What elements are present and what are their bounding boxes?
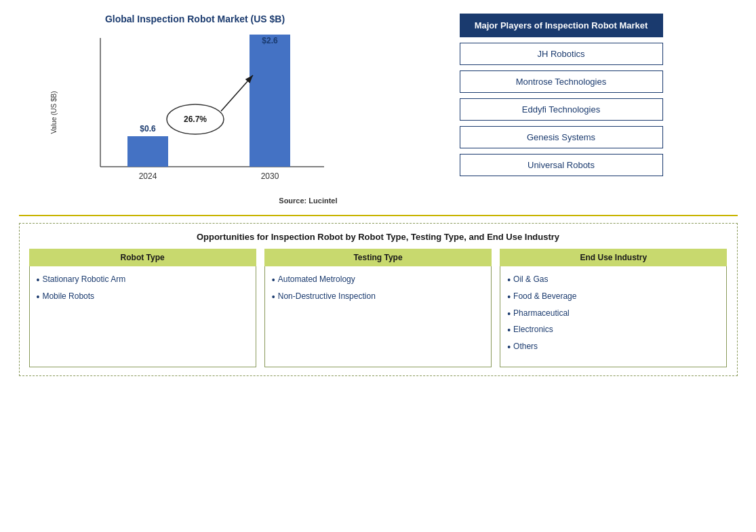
players-title: Major Players of Inspection Robot Market xyxy=(460,14,663,37)
svg-text:$2.6: $2.6 xyxy=(262,36,278,45)
main-container: Global Inspection Robot Market (US $B) V… xyxy=(19,14,738,376)
bar-2030 xyxy=(250,35,290,167)
source-text: Source: Lucintel xyxy=(53,197,338,205)
opp-header-end-use: End Use Industry xyxy=(500,249,727,266)
opportunities-columns: Robot Type • Stationary Robotic Arm • Mo… xyxy=(29,249,728,367)
opp-content-testing-type: • Automated Metrology • Non-Destructive … xyxy=(264,266,492,367)
opp-header-testing-type: Testing Type xyxy=(264,249,492,266)
opp-item-pharma: • Pharmaceutical xyxy=(507,308,719,320)
chart-area: Value (US $B) $0.6 2024 $2.6 xyxy=(53,31,338,194)
player-montrose: Montrose Technologies xyxy=(460,70,663,93)
opp-column-robot-type: Robot Type • Stationary Robotic Arm • Mo… xyxy=(29,249,256,367)
bar-2024 xyxy=(127,136,168,167)
opp-content-robot-type: • Stationary Robotic Arm • Mobile Robots xyxy=(29,266,256,367)
opp-item-food: • Food & Beverage xyxy=(507,291,719,303)
player-eddyfi: Eddyfi Technologies xyxy=(460,98,663,121)
svg-text:2024: 2024 xyxy=(138,171,157,181)
svg-text:$0.6: $0.6 xyxy=(140,124,156,134)
player-jh: JH Robotics xyxy=(460,43,663,65)
opp-item-oilgas: • Oil & Gas xyxy=(507,274,719,286)
opp-item-stationary: • Stationary Robotic Arm xyxy=(37,274,249,286)
opportunities-section: Opportunities for Inspection Robot by Ro… xyxy=(19,223,738,376)
opp-header-robot-type: Robot Type xyxy=(29,249,256,266)
opp-item-ndi: • Non-Destructive Inspection xyxy=(272,291,484,303)
opp-column-testing-type: Testing Type • Automated Metrology • Non… xyxy=(264,249,492,367)
svg-text:26.7%: 26.7% xyxy=(183,115,206,124)
chart-title: Global Inspection Robot Market (US $B) xyxy=(105,14,285,24)
opp-item-others: • Others xyxy=(507,342,719,353)
opp-item-metrology: • Automated Metrology xyxy=(272,274,484,286)
players-container: Major Players of Inspection Robot Market… xyxy=(385,14,738,176)
player-genesis: Genesis Systems xyxy=(460,126,663,148)
svg-text:2030: 2030 xyxy=(260,171,279,181)
opp-item-electronics: • Electronics xyxy=(507,325,719,336)
opp-item-mobile: • Mobile Robots xyxy=(37,291,249,303)
top-section: Global Inspection Robot Market (US $B) V… xyxy=(19,14,738,216)
svg-line-7 xyxy=(221,75,253,111)
chart-container: Global Inspection Robot Market (US $B) V… xyxy=(19,14,372,205)
opp-content-end-use: • Oil & Gas • Food & Beverage • Pharmace… xyxy=(500,266,727,367)
player-universal: Universal Robots xyxy=(460,154,663,176)
chart-svg: $0.6 2024 $2.6 26.7% xyxy=(53,31,338,194)
chart-y-label: Value (US $B) xyxy=(50,91,58,134)
opp-column-end-use: End Use Industry • Oil & Gas • Food & Be… xyxy=(500,249,727,367)
opportunities-title: Opportunities for Inspection Robot by Ro… xyxy=(29,232,728,242)
